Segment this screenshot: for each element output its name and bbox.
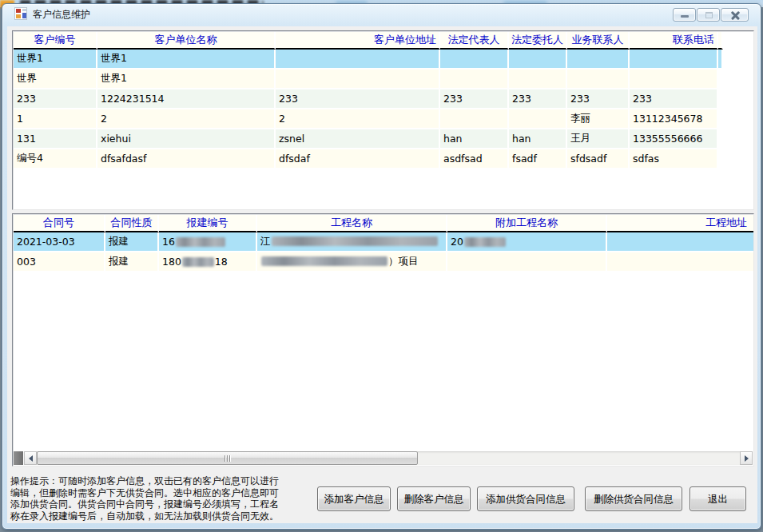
- cell: 131: [14, 129, 97, 149]
- cell: ）项目: [257, 252, 447, 272]
- exit-button[interactable]: 退出: [689, 486, 746, 511]
- cell: 2: [97, 109, 276, 129]
- client-area: 客户编号 客户单位名称 客户单位地址 法定代表人 法定委托人 业务联系人 联系电…: [7, 26, 757, 523]
- redacted-text: [261, 256, 387, 266]
- redacted-text: [182, 257, 214, 267]
- cell: [447, 252, 607, 272]
- minimize-icon: [681, 15, 689, 18]
- customer-row[interactable]: 编号4 dfsafdasf dfsdaf asdfsad fsadf sfdsa…: [14, 149, 723, 169]
- arrow-right-icon: [745, 455, 749, 462]
- scrollbar-track[interactable]: [418, 451, 740, 465]
- scroll-left-button[interactable]: [24, 451, 37, 465]
- column-header-customer-id[interactable]: 客户编号: [14, 32, 97, 50]
- close-button[interactable]: [721, 8, 749, 22]
- cell-filler: [718, 69, 723, 89]
- delete-customer-button[interactable]: 删除客户信息: [397, 486, 471, 511]
- scroll-right-button[interactable]: [740, 451, 753, 465]
- column-header-customer-address[interactable]: 客户单位地址: [276, 32, 440, 50]
- cell: 世界: [14, 69, 97, 89]
- cell: [567, 69, 630, 89]
- cell: xiehui: [97, 129, 276, 149]
- customer-row[interactable]: 131 xiehui zsnel han han 王月 13355556666: [14, 129, 723, 149]
- add-customer-button[interactable]: 添加客户信息: [317, 486, 391, 511]
- tips-line: 编辑，但删除时需客户下无供货合同。选中相应的客户信息即可: [10, 487, 296, 499]
- customer-row[interactable]: 233 1224231514 233 233 233 233 233: [14, 89, 723, 109]
- cell: 233: [14, 89, 97, 109]
- column-header-addon-project-name[interactable]: 附加工程名称: [447, 215, 607, 232]
- cell: 世界1: [14, 50, 97, 69]
- scrollbar-thumb[interactable]: [37, 451, 418, 465]
- column-header-phone[interactable]: 联系电话: [630, 32, 718, 50]
- contract-row[interactable]: 003 报建 18018 ）项目: [14, 252, 754, 272]
- cell: fsadf: [509, 149, 567, 169]
- cell: [440, 69, 509, 89]
- cell: [440, 109, 509, 129]
- contract-row-selected[interactable]: 2021-03-03 报建 16 江 20: [14, 232, 754, 252]
- cell: 报建: [105, 232, 159, 252]
- cell: 13355556666: [630, 129, 718, 149]
- maximize-button[interactable]: [697, 8, 720, 22]
- delete-supply-contract-button[interactable]: 删除供货合同信息: [585, 486, 682, 511]
- column-header-registration-no[interactable]: 报建编号: [159, 215, 257, 232]
- column-header-legal-delegate[interactable]: 法定委托人: [509, 32, 567, 50]
- cell: han: [509, 129, 567, 149]
- column-header-contract-nature[interactable]: 合同性质: [105, 215, 159, 232]
- cell: han: [440, 129, 509, 149]
- column-header-customer-name[interactable]: 客户单位名称: [97, 32, 276, 50]
- cell: 2021-03-03: [14, 232, 105, 252]
- customer-grid: 客户编号 客户单位名称 客户单位地址 法定代表人 法定委托人 业务联系人 联系电…: [12, 30, 754, 210]
- customer-row[interactable]: 世界 世界1: [14, 69, 723, 89]
- column-header-legal-rep[interactable]: 法定代表人: [440, 32, 509, 50]
- column-header-project-name[interactable]: 工程名称: [257, 215, 447, 232]
- cell-filler: [718, 89, 723, 109]
- cell: 003: [14, 252, 105, 272]
- cell: 江: [257, 232, 447, 252]
- cell: 233: [630, 89, 718, 109]
- cell: 报建: [105, 252, 159, 272]
- operation-tips: 操作提示：可随时添加客户信息，双击已有的客户信息可以进行 编辑，但删除时需客户下…: [10, 475, 296, 522]
- redacted-text: [176, 237, 225, 247]
- maximize-icon: [705, 12, 713, 18]
- cell-filler: [718, 129, 723, 149]
- cell: 16: [159, 232, 257, 252]
- horizontal-scrollbar[interactable]: [14, 451, 753, 465]
- cell: 世界1: [97, 50, 276, 69]
- cell-filler: [718, 109, 723, 129]
- column-header-contract-no[interactable]: 合同号: [14, 215, 105, 232]
- cell: 20: [447, 232, 607, 252]
- cell: sdfas: [630, 149, 718, 169]
- cell: [567, 50, 630, 69]
- column-header-project-address[interactable]: 工程地址: [607, 215, 754, 232]
- add-supply-contract-button[interactable]: 添加供货合同信息: [477, 486, 574, 511]
- cell: [276, 69, 440, 89]
- cell: 18018: [159, 252, 257, 272]
- cell: 13112345678: [630, 109, 718, 129]
- cell: 1: [14, 109, 97, 129]
- cell: 233: [509, 89, 567, 109]
- customer-row[interactable]: 1 2 2 李丽 13112345678: [14, 109, 723, 129]
- redacted-text: [272, 236, 438, 246]
- cell-filler: [718, 149, 723, 169]
- cell: [509, 50, 567, 69]
- cell: [509, 109, 567, 129]
- column-header-business-contact[interactable]: 业务联系人: [567, 32, 630, 50]
- contract-grid: 合同号 合同性质 报建编号 工程名称 附加工程名称 工程地址 2021-03-0…: [12, 213, 754, 466]
- customer-row-selected[interactable]: 世界1 世界1: [14, 50, 723, 69]
- cell: zsnel: [276, 129, 440, 149]
- minimize-button[interactable]: [673, 8, 696, 22]
- cell-filler: [718, 50, 723, 69]
- column-header-filler: [718, 32, 723, 50]
- cell: [509, 69, 567, 89]
- redacted-text: [464, 237, 506, 247]
- cell: 2: [276, 109, 440, 129]
- title-bar[interactable]: 客户信息维护: [2, 4, 761, 23]
- tips-line: 称在录入报建编号后，自动加载，如无法加载则供货合同无效。: [10, 510, 296, 522]
- winforms-app-icon: [14, 7, 27, 20]
- tips-line: 添加供货合同。供货合同中合同号，报建编号必须填写，工程名: [10, 498, 296, 510]
- cell: [440, 50, 509, 69]
- cell: 编号4: [14, 149, 97, 169]
- cell: asdfsad: [440, 149, 509, 169]
- cell: 233: [567, 89, 630, 109]
- dialog-window: 客户信息维护 客户编号 客户单位名称 客户单位地址 法定代表人: [2, 3, 761, 530]
- cell: 1224231514: [97, 89, 276, 109]
